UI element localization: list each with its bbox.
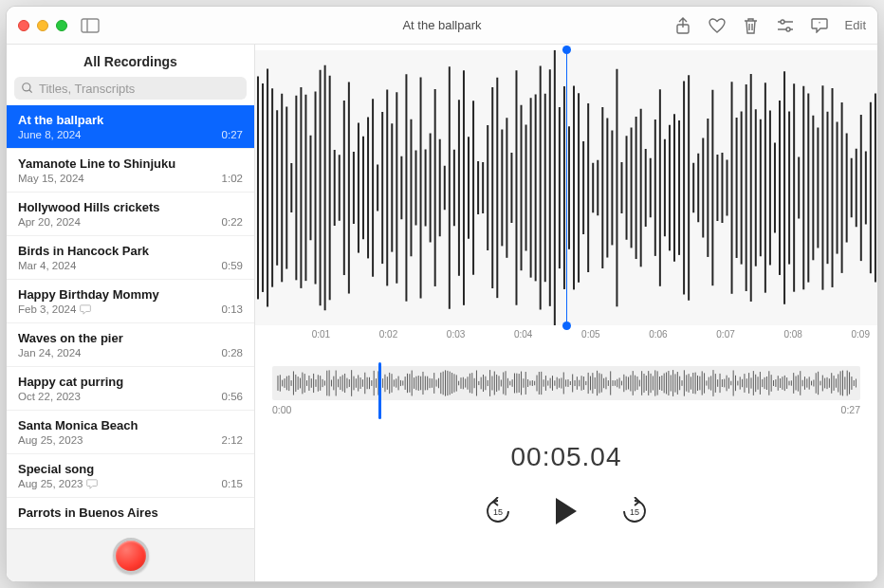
svg-text:": " [818, 20, 820, 27]
playhead[interactable] [566, 50, 567, 325]
axis-tick: 0:05 [581, 329, 599, 340]
list-item[interactable]: Yamanote Line to ShinjukuMay 15, 20241:0… [7, 149, 254, 193]
detail-pane: 0:010:020:030:040:050:060:070:080:09 0:0… [255, 45, 877, 581]
recording-date: Apr 20, 2024 [18, 216, 81, 228]
recording-duration: 0:27 [222, 129, 243, 140]
overview-start-label: 0:00 [272, 404, 291, 415]
search-input[interactable] [14, 77, 247, 100]
zoom-window-button[interactable] [56, 20, 67, 31]
minimize-window-button[interactable] [37, 20, 48, 31]
recording-title: Santa Monica Beach [18, 418, 243, 432]
app-window: At the ballpark " Edit All Recordings [6, 6, 878, 582]
titlebar: At the ballpark " Edit [7, 7, 877, 45]
favorite-button[interactable] [709, 17, 726, 34]
list-item[interactable]: At the ballparkJune 8, 20240:27 [7, 105, 254, 149]
axis-tick: 0:01 [312, 329, 330, 340]
transcript-button[interactable]: " [811, 17, 828, 34]
svg-rect-0 [82, 19, 99, 32]
recording-date: Aug 25, 2023 [18, 478, 98, 489]
record-button[interactable] [113, 538, 149, 574]
close-window-button[interactable] [18, 20, 29, 31]
axis-tick: 0:06 [649, 329, 667, 340]
recording-title: Hollywood Hills crickets [18, 200, 243, 214]
svg-text:15: 15 [630, 507, 639, 517]
list-item[interactable]: Hollywood Hills cricketsApr 20, 20240:22 [7, 193, 254, 236]
record-bar [7, 528, 254, 581]
toggle-sidebar-button[interactable] [81, 18, 100, 33]
recording-title: Birds in Hancock Park [18, 244, 243, 258]
recording-title: Special song [18, 462, 243, 476]
recording-title: Yamanote Line to Shinjuku [18, 156, 243, 171]
playback-controls: 15 15 [255, 497, 877, 525]
list-item[interactable]: Special songAug 25, 2023 0:15 [7, 454, 254, 498]
recording-title: Parrots in Buenos Aires [18, 505, 243, 520]
waveform-main[interactable] [255, 50, 877, 325]
svg-text:15: 15 [493, 507, 503, 517]
recording-duration: 0:13 [222, 303, 243, 315]
recording-date: Mar 4, 2024 [18, 260, 76, 271]
svg-point-6 [786, 28, 790, 31]
share-button[interactable] [674, 17, 691, 34]
recording-date: May 15, 2024 [18, 173, 84, 184]
list-item[interactable]: Waves on the pierJan 24, 20240:28 [7, 323, 254, 367]
axis-tick: 0:03 [447, 329, 465, 340]
timecode: 00:05.04 [255, 442, 877, 472]
axis-tick: 0:09 [852, 329, 870, 340]
axis-tick: 0:02 [379, 329, 397, 340]
recording-date: Oct 22, 2023 [18, 391, 81, 402]
list-item[interactable]: Parrots in Buenos Aires [7, 498, 254, 528]
recording-title: At the ballpark [18, 113, 243, 127]
play-button[interactable] [556, 498, 577, 524]
recording-title: Waves on the pier [18, 331, 243, 345]
edit-button[interactable]: Edit [845, 18, 866, 32]
recording-date: Feb 3, 2024 [18, 303, 91, 315]
recording-date: Aug 25, 2023 [18, 434, 83, 446]
recording-date: June 8, 2024 [18, 129, 82, 140]
window-controls [18, 20, 67, 31]
list-item[interactable]: Happy Birthday MommyFeb 3, 2024 0:13 [7, 280, 254, 323]
skip-back-button[interactable]: 15 [484, 497, 512, 525]
delete-button[interactable] [743, 17, 760, 34]
svg-point-4 [781, 20, 784, 24]
axis-tick: 0:07 [716, 329, 734, 340]
list-item[interactable]: Happy cat purringOct 22, 20230:56 [7, 367, 254, 411]
recording-duration: 1:02 [222, 173, 243, 184]
overview-end-label: 0:27 [841, 404, 860, 415]
axis-tick: 0:04 [514, 329, 532, 340]
transcript-icon [86, 479, 98, 489]
sidebar-title: All Recordings [7, 45, 254, 77]
recording-title: Happy Birthday Mommy [18, 287, 243, 302]
waveform-overview[interactable]: 0:00 0:27 [272, 366, 860, 415]
list-item[interactable]: Santa Monica BeachAug 25, 20232:12 [7, 411, 254, 454]
overview-playhead[interactable] [378, 362, 381, 419]
transcript-icon [80, 304, 91, 315]
playback-settings-button[interactable] [777, 17, 794, 34]
recordings-list: At the ballparkJune 8, 20240:27Yamanote … [7, 105, 254, 528]
axis-tick: 0:08 [783, 329, 801, 340]
recording-duration: 2:12 [222, 434, 243, 446]
recording-title: Happy cat purring [18, 375, 243, 389]
recording-duration: 0:59 [222, 260, 243, 271]
list-item[interactable]: Birds in Hancock ParkMar 4, 20240:59 [7, 236, 254, 280]
recording-duration: 0:28 [222, 347, 243, 358]
skip-forward-button[interactable]: 15 [620, 497, 649, 525]
recording-duration: 0:22 [222, 216, 243, 228]
recording-duration: 0:56 [222, 391, 243, 402]
recording-duration: 0:15 [222, 478, 243, 489]
sidebar: All Recordings At the ballparkJune 8, 20… [7, 45, 255, 581]
recording-date: Jan 24, 2024 [18, 347, 82, 358]
